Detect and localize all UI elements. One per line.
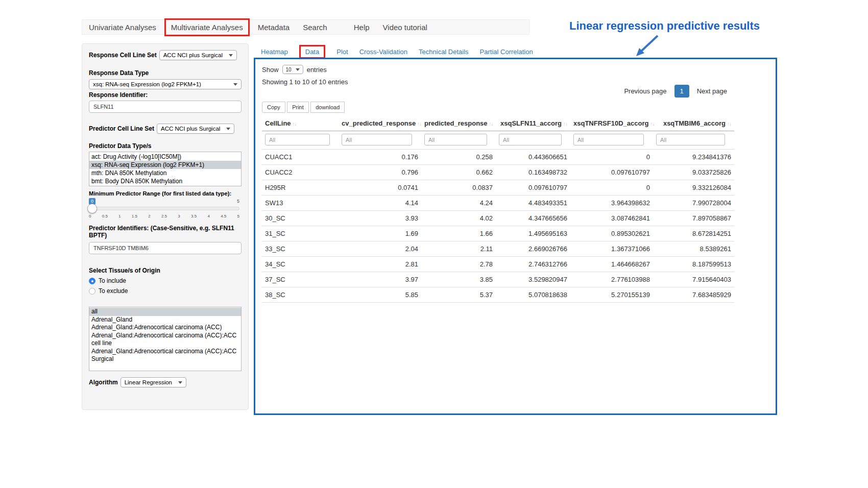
sidebar: Response Cell Line Set ACC NCI plus Surg… (82, 43, 249, 410)
table-row[interactable]: CUACC1 0.176 0.258 0.443606651 0 9.23484… (262, 150, 734, 165)
next-page-button[interactable]: Next page (692, 85, 732, 97)
xsqtmbim6-accorg-cell: 7.897058867 (653, 211, 734, 226)
predictor-identifiers-input[interactable] (89, 242, 242, 254)
result-tab-label: Heatmap (261, 48, 288, 56)
predictor-data-type-list[interactable]: act: Drug Activity (-log10[IC50M]) xsq: … (89, 152, 242, 186)
min-predictor-range-slider[interactable]: 0 5 0 0.5 1 1.5 2 2.5 3 (89, 198, 239, 221)
list-option-label: act: Drug Activity (-log10[IC50M]) (91, 153, 181, 160)
xsqslfn11-accorg-cell: 0.097610797 (496, 180, 570, 196)
tissue-option[interactable]: all (89, 308, 241, 316)
nav-item[interactable]: Search (296, 20, 334, 34)
slider-track[interactable] (89, 207, 239, 210)
table-row[interactable]: SW13 4.14 4.24 4.483493351 3.964398632 7… (262, 196, 734, 211)
tissue-option[interactable]: Adrenal_Gland:Adrenocortical carcinoma (… (89, 332, 241, 348)
list-option[interactable]: mth: DNA 850K Methylation (89, 169, 241, 177)
radio-label: To include (99, 277, 126, 284)
previous-page-button[interactable]: Previous page (619, 85, 671, 97)
page-length-select[interactable]: 10 (282, 65, 303, 74)
response-data-type-select[interactable]: xsq: RNA-seq Expression (log2 FPKM+1) (89, 79, 242, 89)
slider-tick-label: 3 (178, 214, 180, 218)
table-row[interactable]: 37_SC 3.97 3.85 3.529820947 2.776103988 … (262, 272, 734, 287)
tissue-origin-radio-option[interactable]: To include (89, 277, 242, 284)
cv-predicted-response-cell: 2.04 (339, 241, 421, 257)
column-filter-input[interactable] (656, 134, 725, 145)
response-data-type-label: Response Data Type (89, 69, 242, 77)
xsqtnfrsf10d-accorg-cell: 1.464668267 (570, 257, 653, 272)
chevron-down-icon (178, 381, 182, 384)
export-button[interactable]: Print (287, 102, 309, 113)
slider-tick-label: 0.5 (102, 214, 108, 218)
column-filter-input[interactable] (265, 134, 330, 145)
list-option[interactable]: xsq: RNA-seq Expression (log2 FPKM+1) (89, 161, 241, 169)
result-tab[interactable]: Cross-Validation (359, 48, 407, 56)
column-header[interactable]: predicted_response↑↓ (421, 116, 496, 131)
cell-line-cell: CUACC2 (262, 165, 339, 180)
annotation-title: Linear regression predictive results (569, 19, 760, 33)
tissue-origin-label: Select Tissue/s of Origin (89, 267, 242, 274)
radio-icon (89, 288, 95, 295)
tissue-origin-radio-option[interactable]: To exclude (89, 287, 242, 295)
nav-item[interactable]: Univariate Analyses (82, 20, 163, 34)
export-button[interactable]: Copy (262, 102, 285, 113)
chevron-down-icon (296, 68, 300, 71)
column-header[interactable]: xsqSLFN11_accorg↑↓ (496, 116, 570, 131)
result-tab[interactable]: Heatmap (261, 48, 288, 56)
nav-item[interactable]: Metadata (251, 20, 297, 34)
response-cell-line-set-select[interactable]: ACC NCI plus Surgical (159, 50, 237, 60)
xsqtmbim6-accorg-cell: 9.234841376 (653, 150, 734, 165)
tissue-option[interactable]: Adrenal_Gland:Adrenocortical carcinoma (… (89, 324, 241, 332)
predictor-cell-line-set-label: Predictor Cell Line Set (89, 125, 154, 132)
xsqtnfrsf10d-accorg-cell: 0 (570, 150, 653, 165)
column-filter-input[interactable] (342, 134, 412, 145)
column-filter-input[interactable] (499, 134, 562, 145)
slider-tick-label: 2 (148, 214, 150, 218)
nav-item[interactable]: Multivariate Analyses (164, 18, 250, 36)
column-header[interactable]: xsqTNFRSF10D_accorg↑↓ (570, 116, 653, 131)
results-panel: Show 10 entries Showing 1 to 10 of 10 en… (254, 58, 777, 415)
chevron-down-icon (226, 128, 230, 130)
cv-predicted-response-cell: 0.176 (339, 150, 421, 165)
result-tab[interactable]: Partial Correlation (480, 48, 533, 56)
cell-line-cell: SW13 (262, 196, 339, 211)
table-row[interactable]: H295R 0.0741 0.0837 0.097610797 0 9.3321… (262, 180, 734, 196)
table-row[interactable]: 34_SC 2.81 2.78 2.746312766 1.464668267 … (262, 257, 734, 272)
table-row[interactable]: 38_SC 5.85 5.37 5.070818638 5.270155139 … (262, 287, 734, 303)
current-page-button[interactable]: 1 (674, 85, 689, 97)
table-row[interactable]: 30_SC 3.93 4.02 4.347665656 3.087462841 … (262, 211, 734, 226)
slider-handle[interactable] (87, 204, 97, 213)
nav-item[interactable]: Video tutorial (376, 20, 434, 34)
column-header[interactable]: xsqTMBIM6_accorg↑↓ (653, 116, 734, 131)
list-option[interactable]: bmt: Body DNA 850K Methylation (89, 177, 241, 185)
tissue-list[interactable]: all Adrenal_Gland Adrenal_Gland:Adrenoco… (89, 307, 242, 371)
xsqtnfrsf10d-accorg-cell: 1.367371066 (570, 241, 653, 257)
table-row[interactable]: 31_SC 1.69 1.66 1.495695163 0.895302621 … (262, 226, 734, 241)
nav-item-label: Search (303, 23, 327, 32)
cv-predicted-response-cell: 2.81 (339, 257, 421, 272)
xsqtmbim6-accorg-cell: 8.672814251 (653, 226, 734, 241)
nav-item[interactable]: Help (347, 20, 376, 34)
export-button[interactable]: download (310, 102, 345, 113)
list-option[interactable]: act: Drug Activity (-log10[IC50M]) (89, 153, 241, 161)
nav-item-label: Video tutorial (383, 23, 427, 32)
result-tab[interactable]: Plot (336, 48, 348, 56)
column-header[interactable]: CellLine↑↓ (262, 116, 339, 131)
cv-predicted-response-cell: 3.93 (339, 211, 421, 226)
tissue-option[interactable]: Adrenal_Gland (89, 316, 241, 324)
tissue-option[interactable]: Adrenal_Gland:Adrenocortical carcinoma (… (89, 348, 241, 363)
cell-line-cell: 37_SC (262, 272, 339, 287)
column-filter-input[interactable] (573, 134, 644, 145)
table-row[interactable]: 33_SC 2.04 2.11 2.669026766 1.367371066 … (262, 241, 734, 257)
select-value: ACC NCI plus Surgical (161, 126, 220, 132)
table-row[interactable]: CUACC2 0.796 0.662 0.163498732 0.0976107… (262, 165, 734, 180)
column-filter-input[interactable] (424, 134, 487, 145)
result-tab[interactable]: Technical Details (419, 48, 469, 56)
cell-line-cell: 34_SC (262, 257, 339, 272)
xsqslfn11-accorg-cell: 0.443606651 (496, 150, 570, 165)
predictor-cell-line-set-select[interactable]: ACC NCI plus Surgical (157, 124, 234, 134)
nav-item-label: Univariate Analyses (89, 23, 156, 32)
response-identifier-input[interactable] (89, 101, 242, 113)
column-header[interactable]: cv_predicted_response↑↓ (339, 116, 421, 131)
predicted-response-cell: 2.78 (421, 257, 496, 272)
result-tab[interactable]: Data (299, 45, 325, 59)
algorithm-select[interactable]: Linear Regression (120, 377, 186, 387)
